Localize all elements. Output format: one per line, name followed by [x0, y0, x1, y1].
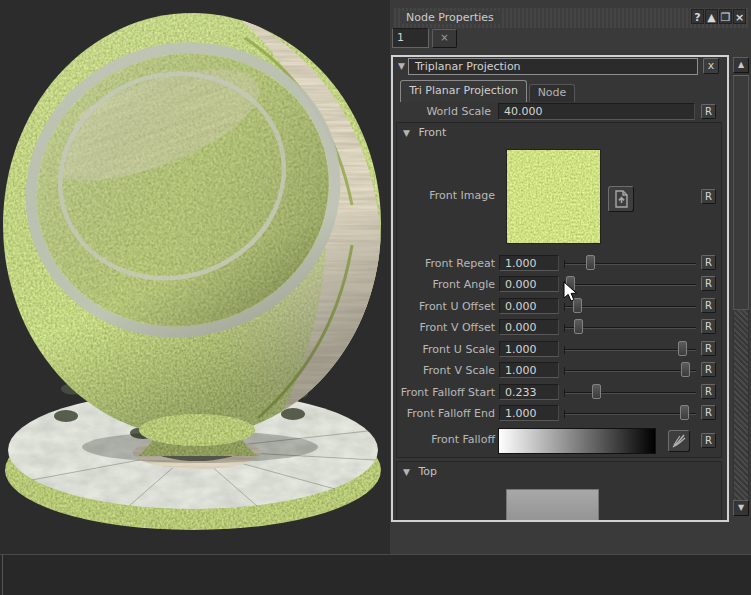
front-angle-row: Front Angle 0.000 R [397, 275, 723, 295]
front-u-scale-reset-button[interactable]: R [701, 341, 716, 356]
load-image-icon [609, 187, 633, 211]
collapse-triangle-icon[interactable]: ▼ [403, 467, 410, 477]
front-falloff-start-slider-track[interactable] [564, 392, 696, 394]
scrollbar-thumb[interactable] [733, 75, 749, 310]
front-repeat-row: Front Repeat 1.000 R [397, 254, 723, 274]
front-v-offset-input[interactable]: 0.000 [499, 319, 559, 335]
front-section-header[interactable]: ▼ Front [403, 126, 446, 139]
close-icon[interactable]: × [733, 9, 746, 24]
front-u-scale-slider-handle[interactable] [678, 341, 687, 356]
front-u-scale-input[interactable]: 1.000 [499, 341, 559, 357]
top-section-label: Top [418, 465, 437, 478]
warning-icon[interactable]: ▲ [705, 9, 718, 24]
front-v-scale-slider-handle[interactable] [681, 362, 690, 377]
front-falloff-end-label: Front Falloff End [397, 407, 495, 420]
front-u-offset-row: Front U Offset 0.000 R [397, 297, 723, 317]
gradient-edit-button[interactable] [668, 430, 690, 452]
load-image-button[interactable] [608, 186, 634, 212]
statusbar-divider [2, 555, 3, 595]
front-repeat-slider-track[interactable] [564, 263, 696, 265]
front-repeat-reset-button[interactable]: R [701, 255, 716, 270]
material-preview-render [0, 0, 390, 553]
tab-node[interactable]: Node [529, 84, 575, 102]
front-v-offset-reset-button[interactable]: R [701, 319, 716, 334]
panel-scrollbar[interactable]: ▲ ▼ [733, 57, 749, 516]
world-scale-label: World Scale [393, 105, 491, 118]
scroll-down-icon[interactable]: ▼ [733, 500, 749, 516]
front-falloff-end-input[interactable]: 1.000 [499, 405, 559, 421]
front-u-offset-slider-handle[interactable] [573, 298, 582, 313]
front-falloff-label: Front Falloff [397, 433, 495, 446]
front-v-offset-label: Front V Offset [397, 321, 495, 334]
front-falloff-start-label: Front Falloff Start [397, 386, 495, 399]
node-list-container: ▼ Triplanar Projection x Tri Planar Proj… [391, 55, 729, 522]
front-u-offset-input[interactable]: 0.000 [499, 298, 559, 314]
front-v-offset-slider-track[interactable] [564, 327, 696, 329]
panel-title: Node Properties [400, 11, 500, 24]
front-angle-label: Front Angle [397, 278, 495, 291]
bottom-status-bar [0, 554, 751, 595]
front-falloff-end-reset-button[interactable]: R [701, 405, 716, 420]
scrollbar-track[interactable] [734, 310, 748, 500]
collapse-triangle-icon[interactable]: ▼ [403, 128, 410, 138]
front-image-reset-button[interactable]: R [701, 189, 716, 204]
front-v-offset-row: Front V Offset 0.000 R [397, 318, 723, 338]
front-falloff-reset-button[interactable]: R [701, 433, 716, 448]
front-falloff-start-input[interactable]: 0.233 [499, 384, 559, 400]
front-u-offset-label: Front U Offset [397, 300, 495, 313]
panel-titlebar[interactable]: Node Properties ? ▲ ❐ × [394, 8, 748, 28]
front-angle-slider-track[interactable] [564, 284, 696, 286]
front-v-scale-input[interactable]: 1.000 [499, 362, 559, 378]
collapse-triangle-icon[interactable]: ▼ [398, 61, 405, 71]
front-falloff-start-row: Front Falloff Start 0.233 R [397, 383, 723, 403]
clear-count-button[interactable]: × [432, 29, 457, 48]
top-section: ▼ Top [396, 461, 722, 522]
front-angle-slider-handle[interactable] [566, 276, 575, 291]
front-v-scale-reset-button[interactable]: R [701, 362, 716, 377]
3d-viewport[interactable] [0, 0, 390, 554]
tab-tri-planar-projection[interactable]: Tri Planar Projection [400, 80, 527, 102]
front-angle-reset-button[interactable]: R [701, 276, 716, 291]
node-properties-panel: Node Properties ? ▲ ❐ × 1 × ▼ Triplanar … [390, 0, 751, 554]
world-scale-reset-button[interactable]: R [701, 104, 716, 119]
remove-node-button[interactable]: x [703, 58, 719, 74]
front-falloff-start-reset-button[interactable]: R [701, 384, 716, 399]
front-repeat-input[interactable]: 1.000 [499, 255, 559, 271]
front-section: ▼ Front Front Image R Front Repeat 1.000 [396, 122, 722, 458]
window-icon[interactable]: ❐ [719, 9, 732, 24]
selection-count-input[interactable]: 1 [392, 28, 429, 48]
scroll-up-icon[interactable]: ▲ [733, 57, 749, 73]
world-scale-input[interactable]: 40.000 [498, 103, 695, 120]
front-u-scale-slider-track[interactable] [564, 349, 696, 351]
node-title-field[interactable]: Triplanar Projection [408, 58, 698, 75]
front-falloff-gradient-bar[interactable] [498, 428, 656, 454]
top-section-header[interactable]: ▼ Top [403, 465, 437, 478]
front-falloff-end-row: Front Falloff End 1.000 R [397, 404, 723, 424]
help-icon[interactable]: ? [691, 9, 704, 24]
front-falloff-start-slider-handle[interactable] [592, 384, 601, 399]
front-u-scale-row: Front U Scale 1.000 R [397, 340, 723, 360]
front-image-label: Front Image [397, 189, 495, 202]
front-image-thumbnail[interactable] [506, 149, 601, 244]
gradient-edit-icon [669, 431, 689, 451]
front-angle-input[interactable]: 0.000 [499, 276, 559, 292]
top-image-thumbnail[interactable] [506, 489, 599, 522]
front-v-offset-slider-handle[interactable] [574, 319, 583, 334]
front-u-offset-slider-track[interactable] [564, 306, 696, 308]
front-falloff-end-slider-handle[interactable] [680, 405, 689, 420]
front-u-offset-reset-button[interactable]: R [701, 298, 716, 313]
front-section-label: Front [418, 126, 446, 139]
front-u-scale-label: Front U Scale [397, 343, 495, 356]
front-v-scale-label: Front V Scale [397, 364, 495, 377]
front-v-scale-row: Front V Scale 1.000 R [397, 361, 723, 381]
front-v-scale-slider-track[interactable] [564, 370, 696, 372]
front-repeat-slider-handle[interactable] [586, 255, 595, 270]
front-repeat-label: Front Repeat [397, 257, 495, 270]
front-falloff-end-slider-track[interactable] [564, 413, 696, 415]
